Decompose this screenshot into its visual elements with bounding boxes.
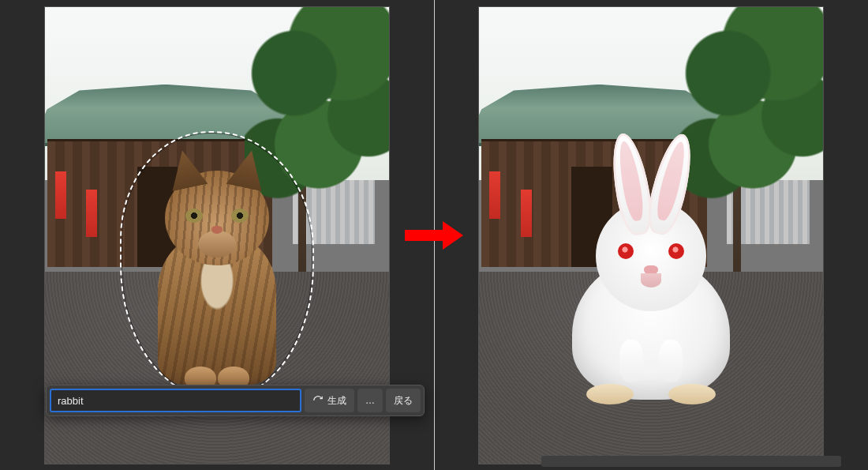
scene-banner (521, 190, 532, 237)
back-button[interactable]: 戻る (386, 389, 421, 412)
generate-label: 生成 (327, 394, 346, 408)
scene-banner (489, 171, 500, 219)
scene-banner (55, 171, 66, 219)
generate-button[interactable]: 生成 (305, 389, 354, 412)
lasso-selection[interactable] (120, 131, 314, 400)
result-pane (435, 0, 869, 470)
result-canvas[interactable] (479, 7, 823, 464)
generative-fill-bar: 生成 … 戻る (46, 385, 425, 416)
back-label: 戻る (394, 394, 413, 408)
ellipsis-icon: … (365, 395, 375, 406)
scene-banner (86, 190, 97, 237)
result-toolbar-strip[interactable] (541, 456, 841, 467)
more-options-button[interactable]: … (357, 389, 383, 412)
result-subject-rabbit (560, 139, 742, 400)
generate-icon (312, 395, 324, 406)
transform-arrow-icon (405, 221, 463, 250)
prompt-input[interactable] (50, 389, 301, 412)
